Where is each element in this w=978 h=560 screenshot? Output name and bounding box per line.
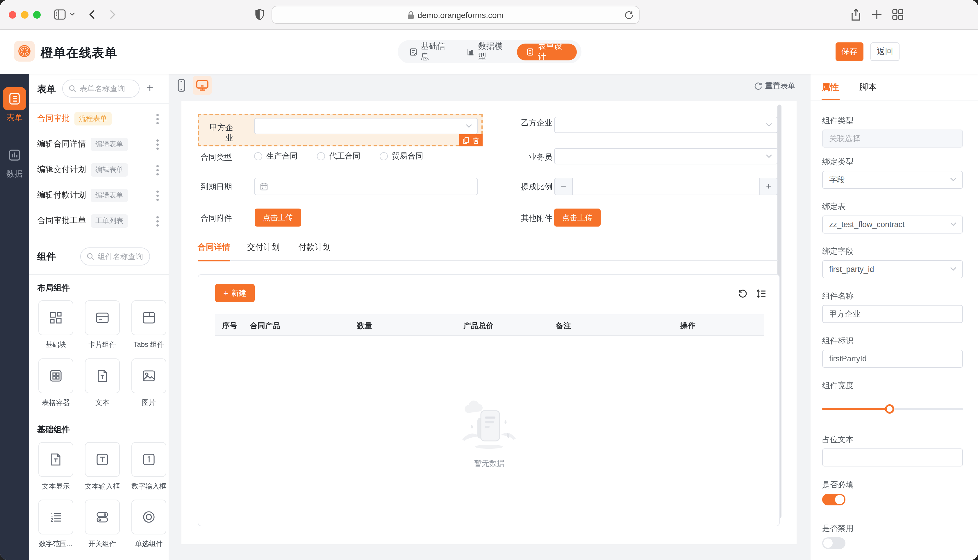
component-switch[interactable] <box>85 500 120 535</box>
reset-form-button[interactable]: 重置表单 <box>754 81 796 91</box>
new-tab-icon[interactable] <box>871 8 883 21</box>
commission-number-input[interactable]: − + <box>554 178 778 195</box>
component-number-range[interactable]: 12 <box>38 500 73 535</box>
address-bar[interactable]: demo.orangeforms.com <box>271 6 640 24</box>
rail-item-data[interactable]: 数据 <box>3 143 26 180</box>
app-logo <box>14 41 35 62</box>
rail-item-forms[interactable]: 表单 <box>3 87 26 123</box>
bind-table-select[interactable]: zz_test_flow_contract <box>822 215 963 233</box>
form-list-item[interactable]: 编辑交付计划 编辑表单 ••• <box>29 157 169 182</box>
tab-script[interactable]: 脚本 <box>859 82 877 93</box>
prop-label: 是否禁用 <box>822 523 854 534</box>
field-first-party-selected[interactable]: 甲方企业 <box>198 114 483 147</box>
zoom-window-button[interactable] <box>33 11 41 18</box>
copy-icon[interactable] <box>463 137 469 144</box>
new-row-button[interactable]: + 新建 <box>215 284 255 302</box>
tab-properties[interactable]: 属性 <box>822 82 839 93</box>
tab-overview-icon[interactable] <box>891 8 904 21</box>
mobile-preview-button[interactable] <box>172 76 191 95</box>
component-text[interactable] <box>85 358 120 393</box>
detail-table-card: + 新建 序号 合同产品 数量 产品总价 备注 <box>198 274 780 526</box>
component-search-input[interactable]: 组件名称查询 <box>80 247 150 265</box>
radio-option[interactable]: 生产合同 <box>254 151 298 162</box>
increment-button[interactable]: + <box>759 178 777 195</box>
form-list-item[interactable]: 编辑合同详情 编辑表单 ••• <box>29 131 169 157</box>
tab-form-design[interactable]: 表单设计 <box>517 43 577 60</box>
tab-delivery-plan[interactable]: 交付计划 <box>247 242 282 253</box>
tab-contract-detail[interactable]: 合同详情 <box>198 242 232 253</box>
reload-icon[interactable] <box>624 10 634 20</box>
table-row-height-icon[interactable] <box>756 289 766 298</box>
back-button[interactable]: 返回 <box>871 42 899 61</box>
form-item-menu-icon[interactable]: ••• <box>154 189 162 202</box>
form-list-item[interactable]: 合同审批 流程表单 ••• <box>29 106 169 131</box>
required-toggle[interactable] <box>822 494 846 505</box>
due-date-input[interactable] <box>254 178 478 195</box>
salesman-select[interactable] <box>554 148 778 164</box>
radio-option[interactable]: 代工合同 <box>317 151 361 162</box>
desktop-preview-button[interactable] <box>193 76 212 95</box>
component-radio[interactable] <box>131 500 166 535</box>
component-width-slider[interactable] <box>822 408 963 410</box>
forward-button-icon[interactable] <box>106 8 118 21</box>
form-item-menu-icon[interactable]: ••• <box>154 113 162 125</box>
doc-edit-icon <box>410 47 417 56</box>
close-window-button[interactable] <box>9 11 16 18</box>
radio-circle-icon <box>254 152 262 160</box>
form-list-item[interactable]: 合同审批工单 工单列表 ••• <box>29 208 169 233</box>
add-form-button[interactable]: + <box>147 81 153 95</box>
sidebar-toggle-icon[interactable] <box>53 8 66 21</box>
component-image[interactable] <box>131 358 166 393</box>
component-basic-block[interactable] <box>38 300 73 335</box>
bind-field-select[interactable]: first_party_id <box>822 260 963 278</box>
placeholder-text-input[interactable] <box>822 448 963 467</box>
field-label: 提成比例 <box>518 182 552 192</box>
component-table-container[interactable] <box>38 358 73 393</box>
second-party-select[interactable] <box>554 117 778 133</box>
field-label: 合同类型 <box>198 152 232 163</box>
minimize-window-button[interactable] <box>21 11 28 18</box>
component-text-display[interactable] <box>38 442 73 477</box>
prop-label: 组件名称 <box>822 291 854 302</box>
radio-option[interactable]: 贸易合同 <box>379 151 423 162</box>
column-header: 产品总价 <box>463 321 494 331</box>
component-key-input[interactable]: firstPartyId <box>822 350 963 368</box>
sidebar-chevron-icon[interactable] <box>69 12 75 16</box>
save-button[interactable]: 保存 <box>836 42 863 61</box>
text-display-icon <box>48 452 64 467</box>
form-icon <box>527 47 534 56</box>
bind-type-select[interactable]: 字段 <box>822 171 963 189</box>
component-text-input[interactable] <box>85 442 120 477</box>
number-input-icon <box>141 452 156 467</box>
radio-icon <box>141 510 156 525</box>
decrement-button[interactable]: − <box>555 178 573 195</box>
tab-basic-info[interactable]: 基础信息 <box>402 40 457 63</box>
contract-type-radio-group: 生产合同 代工合同 贸易合同 <box>254 148 423 164</box>
upload-other-button[interactable]: 点击上传 <box>554 208 601 227</box>
first-party-select[interactable] <box>254 118 478 134</box>
form-search-input[interactable]: 表单名称查询 <box>62 80 140 98</box>
tab-data-model[interactable]: 数据模型 <box>460 40 515 63</box>
slider-fill <box>822 408 889 410</box>
component-card[interactable] <box>85 300 120 335</box>
component-name-input[interactable]: 甲方企业 <box>822 305 963 323</box>
table-refresh-icon[interactable] <box>738 289 748 298</box>
upload-contract-button[interactable]: 点击上传 <box>255 208 301 227</box>
tab-payment-plan[interactable]: 付款计划 <box>298 242 333 253</box>
component-label: 开关组件 <box>79 539 125 549</box>
field-label: 合同附件 <box>198 213 232 223</box>
form-item-menu-icon[interactable]: ••• <box>154 215 162 227</box>
form-item-menu-icon[interactable]: ••• <box>154 138 162 150</box>
form-type-tag: 编辑表单 <box>91 163 128 176</box>
component-tabs[interactable] <box>131 300 166 335</box>
component-number-input[interactable] <box>131 442 166 477</box>
svg-text:1: 1 <box>50 512 53 517</box>
disabled-toggle[interactable] <box>822 537 846 549</box>
form-list-item[interactable]: 编辑付款计划 编辑表单 ••• <box>29 182 169 208</box>
form-item-menu-icon[interactable]: ••• <box>154 164 162 176</box>
back-button-icon[interactable] <box>87 8 98 21</box>
shield-icon[interactable] <box>255 8 264 22</box>
slider-handle[interactable] <box>885 404 894 413</box>
share-icon[interactable] <box>850 8 862 22</box>
delete-icon[interactable] <box>473 137 479 144</box>
